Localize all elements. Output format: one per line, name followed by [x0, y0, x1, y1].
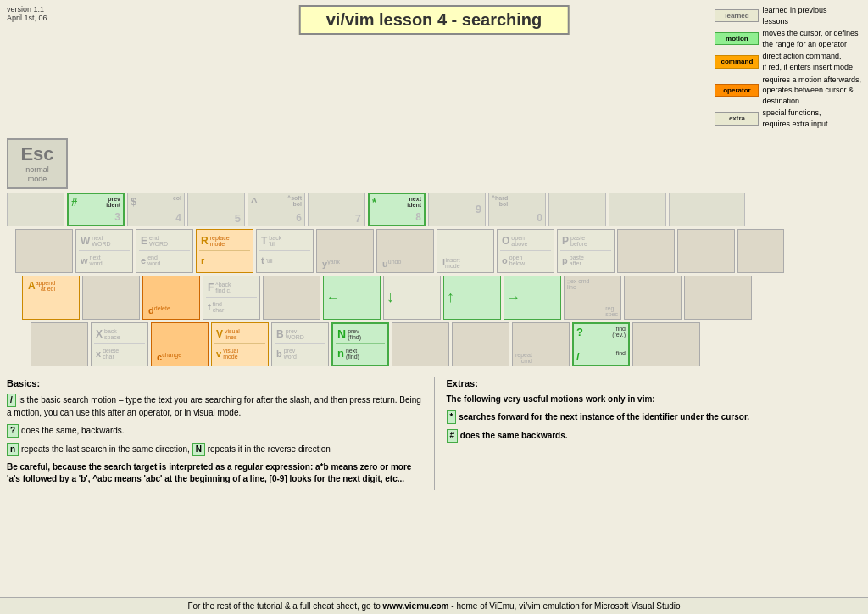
- legend-badge-command: command: [715, 55, 759, 68]
- key-W[interactable]: W nextWORD w nextword: [75, 229, 133, 273]
- key-X-desc: back-space: [104, 328, 120, 340]
- key-E-desc: endWORD: [149, 235, 168, 247]
- dollar-desc: eol: [173, 195, 181, 208]
- key-7[interactable]: 7: [308, 193, 365, 226]
- key-bracket-left[interactable]: [617, 229, 675, 273]
- key-question-desc: find(rev.): [612, 326, 626, 338]
- legend-row-motion: motion moves the cursor, or definesthe r…: [715, 28, 861, 49]
- key-hash[interactable]: # prevident 3: [67, 193, 125, 226]
- key-n-bottom: n next(find): [336, 344, 385, 363]
- key-8-num: 8: [415, 211, 421, 223]
- extras-p1: The following very useful motions work o…: [447, 394, 862, 405]
- key-U[interactable]: u undo: [376, 229, 434, 273]
- key-minus[interactable]: [548, 193, 606, 226]
- basics-p2: ? does the same, backwards.: [7, 424, 422, 438]
- key-W-char: W: [81, 235, 90, 247]
- key-P[interactable]: P pastebefore p pasteafter: [557, 229, 615, 273]
- key-J-arrow-down: ↓: [387, 288, 394, 306]
- key-dot[interactable]: repeatcmd: [512, 322, 570, 366]
- key-S[interactable]: [82, 276, 140, 320]
- key-semi-top: ;;ex cmdline: [567, 278, 589, 290]
- key-B-desc: prevWORD: [286, 328, 304, 340]
- key-P-char: P: [562, 235, 569, 247]
- key-Y[interactable]: y yank: [316, 229, 374, 273]
- key-X[interactable]: X back-space x deletechar: [91, 322, 148, 366]
- key-M[interactable]: [392, 322, 449, 366]
- key-E[interactable]: E endWORD e endword: [136, 229, 193, 273]
- key-Z[interactable]: [31, 322, 88, 366]
- key-H[interactable]: ←: [323, 276, 381, 320]
- key-semicolon[interactable]: ;;ex cmdline reg.spec: [564, 276, 621, 320]
- key-G[interactable]: [263, 276, 320, 320]
- key-shift-right[interactable]: [632, 322, 700, 366]
- key-w-char: w: [81, 255, 88, 265]
- key-R[interactable]: R replacemode r: [196, 229, 253, 273]
- legend: learned learned in previouslessons motio…: [715, 5, 861, 131]
- key-question-char: ?: [576, 326, 583, 338]
- key-e-bottom: e endword: [139, 251, 190, 271]
- key-v-bottom: v visualmode: [214, 344, 265, 364]
- esc-label: Esc: [20, 143, 53, 165]
- key-0[interactable]: ^hardbol 0: [488, 193, 546, 226]
- key-O[interactable]: O openabove o openbelow: [497, 229, 554, 273]
- key-K[interactable]: ↑: [443, 276, 501, 320]
- key-O-char: O: [502, 235, 509, 247]
- key-B[interactable]: B prevWORD b prevword: [271, 322, 329, 366]
- key-I2[interactable]: ↓: [383, 276, 441, 320]
- key-F-inner: F ^backfind c. f findchar: [206, 278, 257, 317]
- key-x-char: x: [96, 349, 101, 359]
- key-K-arrow-up: ↑: [447, 288, 454, 306]
- key-I[interactable]: i insertmode: [437, 229, 494, 273]
- legend-badge-extra: extra: [715, 112, 759, 125]
- key-enter[interactable]: [684, 276, 752, 320]
- key-u-desc: undo: [388, 259, 402, 269]
- key-P-inner: P pastebefore p pasteafter: [560, 232, 611, 271]
- key-slash-desc: find: [616, 350, 626, 363]
- key-N[interactable]: N prev(find) n next(find): [331, 322, 389, 366]
- key-W-top: W nextWORD: [79, 232, 130, 252]
- key-equals[interactable]: [609, 193, 666, 226]
- key-backspace[interactable]: [669, 193, 745, 226]
- key-bracket-right[interactable]: [677, 229, 735, 273]
- key-C[interactable]: c change: [151, 322, 209, 366]
- page-title: vi/vim lesson 4 - searching: [299, 5, 570, 35]
- key-D[interactable]: d delete: [142, 276, 200, 320]
- key-9[interactable]: 9: [428, 193, 486, 226]
- basics-p4: Be careful, because the search target is…: [7, 461, 422, 485]
- key-comma[interactable]: [452, 322, 509, 366]
- key-tilde[interactable]: [7, 193, 64, 226]
- key-V[interactable]: V visuallines v visualmode: [211, 322, 269, 366]
- key-T[interactable]: T back'till t 'till: [256, 229, 314, 273]
- key-y-desc: yank: [327, 259, 340, 269]
- legend-badge-motion: motion: [715, 32, 759, 45]
- key-b-char: b: [276, 349, 282, 359]
- key-r-char: r: [201, 255, 204, 265]
- hash-key-inline: #: [447, 429, 459, 443]
- key-R-top: R replacemode: [199, 232, 250, 252]
- key-R-desc: replacemode: [210, 235, 230, 247]
- dollar-char: $: [131, 195, 136, 208]
- key-q[interactable]: [15, 229, 73, 273]
- esc-key[interactable]: Esc normalmode: [7, 138, 68, 189]
- key-slash[interactable]: ? find(rev.) / find: [572, 322, 630, 366]
- key-5[interactable]: 5: [187, 193, 245, 226]
- esc-section: Esc normalmode: [0, 135, 868, 189]
- key-i-desc: insertmode: [445, 257, 460, 269]
- key-dollar[interactable]: $ eol 4: [127, 193, 185, 226]
- key-V-char: V: [216, 328, 223, 340]
- key-c-desc: change: [162, 352, 181, 362]
- key-quote[interactable]: [624, 276, 682, 320]
- basics-title: Basics:: [7, 377, 422, 390]
- key-4-num: 4: [175, 212, 181, 224]
- key-E-char: E: [141, 235, 147, 247]
- key-V-desc: visuallines: [225, 328, 240, 340]
- key-t-char: t: [261, 255, 264, 265]
- key-star[interactable]: * nextident 8: [368, 193, 426, 226]
- key-caret[interactable]: ^ ^softbol 6: [248, 193, 305, 226]
- key-F[interactable]: F ^backfind c. f findchar: [203, 276, 260, 320]
- key-L[interactable]: →: [504, 276, 561, 320]
- key-n-desc: next(find): [346, 348, 359, 360]
- key-p-bottom: p pasteafter: [560, 251, 611, 271]
- key-backslash[interactable]: [737, 229, 784, 273]
- key-A[interactable]: A appendat eol: [22, 276, 80, 320]
